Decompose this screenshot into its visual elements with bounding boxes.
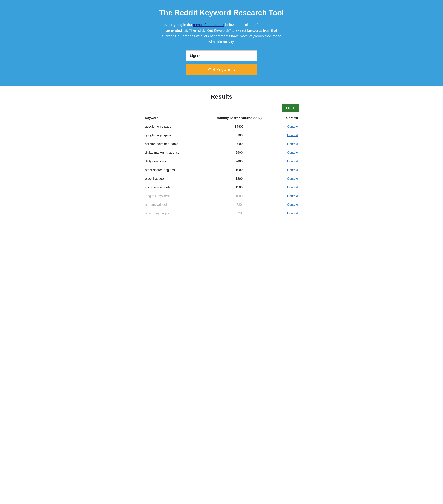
- table-row: chrome developer tools3600Context: [144, 140, 299, 148]
- cell-context: Context: [276, 122, 299, 131]
- context-link[interactable]: Context: [287, 160, 298, 163]
- table-row: other search engines1600Context: [144, 166, 299, 174]
- cell-keyword: chrome developer tools: [144, 140, 202, 148]
- cell-context: Context: [276, 140, 299, 148]
- cell-context: Context: [276, 183, 299, 192]
- table-row: long tail keywords1000Context: [144, 192, 299, 200]
- cell-keyword: black hat seo: [144, 174, 202, 183]
- table-row: daily deal sites2400Context: [144, 157, 299, 166]
- context-link[interactable]: Context: [287, 185, 298, 189]
- col-header-keyword: Keyword: [144, 114, 202, 122]
- table-row: social media tools1300Context: [144, 183, 299, 192]
- results-table: Keyword Monthly Search Volume (U.S.) Con…: [144, 114, 299, 218]
- subreddit-link[interactable]: name of a subreddit: [193, 23, 224, 27]
- search-input[interactable]: [186, 50, 257, 61]
- table-row: how many pages720Context: [144, 209, 299, 218]
- cell-keyword: daily deal sites: [144, 157, 202, 166]
- cell-volume: 1000: [202, 192, 277, 200]
- cell-context: Context: [276, 209, 299, 218]
- context-link[interactable]: Context: [287, 212, 298, 215]
- cell-keyword: url removal tool: [144, 200, 202, 209]
- export-row: Export: [144, 104, 299, 111]
- description-before: Start typing in the: [164, 23, 193, 27]
- cell-context: Context: [276, 157, 299, 166]
- context-link[interactable]: Context: [287, 151, 298, 154]
- context-link[interactable]: Context: [287, 203, 298, 206]
- table-row: black hat seo1300Context: [144, 174, 299, 183]
- context-link[interactable]: Context: [287, 194, 298, 198]
- cell-volume: 720: [202, 200, 277, 209]
- cell-volume: 14800: [202, 122, 277, 131]
- hero-description: Start typing in the name of a subreddit …: [159, 22, 284, 45]
- context-link[interactable]: Context: [287, 142, 298, 146]
- table-header-row: Keyword Monthly Search Volume (U.S.) Con…: [144, 114, 299, 122]
- cell-context: Context: [276, 131, 299, 140]
- get-keywords-button[interactable]: Get Keywords: [186, 64, 257, 75]
- col-header-volume: Monthly Search Volume (U.S.): [202, 114, 277, 122]
- context-link[interactable]: Context: [287, 168, 298, 172]
- table-row: digital marketing agency2900Context: [144, 148, 299, 157]
- cell-volume: 8100: [202, 131, 277, 140]
- context-link[interactable]: Context: [287, 125, 298, 128]
- cell-context: Context: [276, 166, 299, 174]
- cell-context: Context: [276, 174, 299, 183]
- table-row: google page speed8100Context: [144, 131, 299, 140]
- cell-context: Context: [276, 148, 299, 157]
- cell-volume: 1300: [202, 183, 277, 192]
- cell-volume: 1300: [202, 174, 277, 183]
- cell-keyword: other search engines: [144, 166, 202, 174]
- table-row: google home page14800Context: [144, 122, 299, 131]
- results-title: Results: [144, 93, 299, 100]
- table-row: url removal tool720Context: [144, 200, 299, 209]
- cell-keyword: digital marketing agency: [144, 148, 202, 157]
- cell-keyword: google home page: [144, 122, 202, 131]
- export-button[interactable]: Export: [282, 104, 299, 111]
- cell-volume: 2900: [202, 148, 277, 157]
- cell-keyword: social media tools: [144, 183, 202, 192]
- cell-context: Context: [276, 192, 299, 200]
- cell-keyword: long tail keywords: [144, 192, 202, 200]
- results-section: Results Export Keyword Monthly Search Vo…: [133, 86, 310, 225]
- context-link[interactable]: Context: [287, 177, 298, 180]
- col-header-context: Context: [276, 114, 299, 122]
- cell-volume: 3600: [202, 140, 277, 148]
- cell-volume: 2400: [202, 157, 277, 166]
- cell-context: Context: [276, 200, 299, 209]
- cell-keyword: google page speed: [144, 131, 202, 140]
- page-title: The Reddit Keyword Research Tool: [7, 8, 436, 17]
- context-link[interactable]: Context: [287, 133, 298, 137]
- cell-volume: 720: [202, 209, 277, 218]
- cell-volume: 1600: [202, 166, 277, 174]
- cell-keyword: how many pages: [144, 209, 202, 218]
- hero-section: The Reddit Keyword Research Tool Start t…: [0, 0, 443, 86]
